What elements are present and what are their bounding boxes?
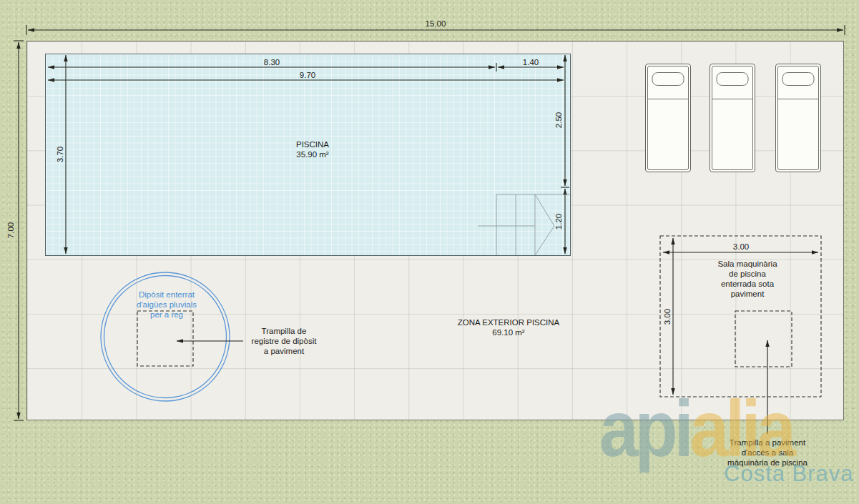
sun-lounger-divider bbox=[712, 99, 752, 99]
dim-machinery-width: 3.00 bbox=[733, 242, 749, 251]
dim-total-width: 15.00 bbox=[426, 19, 446, 28]
dim-pool-swim-width: 8.30 bbox=[264, 58, 280, 66]
dim-pool-height: 3.70 bbox=[56, 147, 64, 162]
sun-lounger-divider bbox=[778, 99, 818, 99]
sun-lounger-pillow bbox=[782, 72, 815, 86]
sun-lounger-2 bbox=[710, 64, 755, 172]
watermark-brand-part2: alia bbox=[690, 384, 792, 473]
sun-lounger-mat bbox=[712, 66, 753, 170]
sun-lounger-mat bbox=[777, 66, 819, 170]
watermark-tagline: Costa Brava bbox=[724, 461, 854, 487]
sun-lounger-3 bbox=[775, 64, 821, 172]
sun-lounger-mat bbox=[647, 66, 689, 170]
watermark-brand-part1: api bbox=[599, 384, 690, 473]
rainwater-tank-label: Dipòsit enterrat d'aigües pluvials per a… bbox=[137, 290, 197, 320]
sun-lounger-pillow bbox=[652, 72, 684, 86]
pool-label: PISCINA 35.90 m² bbox=[296, 139, 329, 159]
watermark-logo: apialia bbox=[599, 389, 792, 469]
dim-total-height: 7.00 bbox=[6, 222, 15, 238]
tank-hatch-label: Trampilla de registre de dipòsit a pavim… bbox=[252, 326, 317, 356]
dim-pool-right-lower: 1.20 bbox=[554, 214, 563, 229]
sun-lounger-divider bbox=[648, 99, 688, 99]
dim-pool-right-upper: 2.50 bbox=[554, 112, 563, 128]
dim-pool-total-width: 9.70 bbox=[300, 71, 315, 79]
exterior-zone-label: ZONA EXTERIOR PISCINA 69.10 m² bbox=[458, 317, 560, 337]
machinery-room-label: Sala maquinària de piscina enterrada sot… bbox=[717, 259, 777, 299]
sun-lounger-pillow bbox=[717, 72, 749, 86]
dim-stairs-width: 1.40 bbox=[523, 58, 539, 66]
sun-lounger-1 bbox=[645, 64, 691, 172]
dim-machinery-height: 3.00 bbox=[663, 309, 672, 325]
site-plan: 15.00 7.00 8.30 9.70 1.40 3.70 2.50 1.20… bbox=[0, 0, 859, 504]
